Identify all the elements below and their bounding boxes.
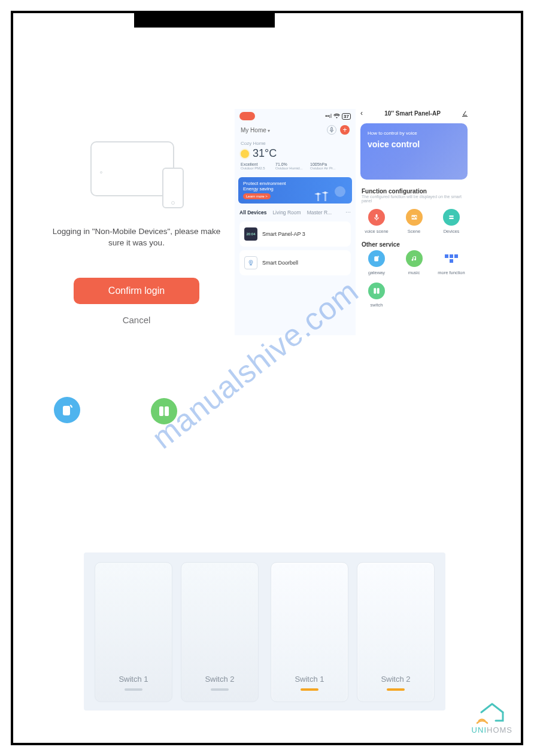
- chevron-down-icon: ▾: [268, 128, 270, 133]
- tab-master[interactable]: Master R...: [307, 210, 332, 215]
- page-title: 10'' Smart Panel-AP: [384, 110, 441, 117]
- svg-point-5: [250, 262, 251, 263]
- login-message: Logging in "Non-Mobile Devices", please …: [45, 226, 227, 249]
- svg-rect-7: [376, 214, 378, 218]
- app-home-screenshot: ••ıl 37 My Home▾ + Cozy Home 31°C Excell…: [235, 109, 356, 335]
- section-title: Other service: [356, 239, 472, 248]
- switch-visual-panel: Switch 1 Switch 2 Switch 1 Switch 2: [84, 552, 445, 711]
- func-scene[interactable]: Scene: [399, 209, 429, 234]
- svc-gateway[interactable]: gateway: [362, 250, 392, 275]
- doorbell-icon: [244, 256, 257, 269]
- switch-1-on[interactable]: Switch 1: [271, 562, 348, 702]
- svg-rect-13: [377, 288, 380, 293]
- gateway-icon: [54, 397, 80, 423]
- unihoms-logo: UNIHOMS: [472, 699, 512, 734]
- device-row[interactable]: 20:04 Smart Panel-AP 3: [239, 221, 351, 247]
- login-dialog: Logging in "Non-Mobile Devices", please …: [45, 138, 227, 325]
- cancel-button[interactable]: Cancel: [45, 315, 227, 325]
- status-bar: ••ıl 37: [325, 113, 351, 120]
- switch-group-on: Switch 1 Switch 2: [271, 562, 435, 701]
- section-title: Function configuration: [356, 186, 472, 195]
- signal-icon: ••ıl: [325, 113, 332, 119]
- house-icon: [475, 699, 509, 724]
- sun-icon: [241, 150, 249, 158]
- add-button[interactable]: +: [340, 125, 350, 135]
- switch-icon: [151, 398, 177, 424]
- tabs-more-icon[interactable]: ⋯: [345, 210, 351, 215]
- temperature: 31°C: [253, 147, 277, 160]
- switch-icon: [368, 283, 385, 299]
- svg-rect-14: [63, 406, 70, 415]
- svg-rect-0: [331, 127, 333, 130]
- switch-2-off[interactable]: Switch 2: [181, 562, 259, 702]
- edit-button[interactable]: ∠: [462, 110, 468, 117]
- learn-more-button[interactable]: Learn more >: [243, 193, 271, 199]
- svg-rect-16: [165, 406, 169, 416]
- gateway-icon: [368, 250, 385, 267]
- device-name: Smart Doorbell: [262, 260, 298, 266]
- mic-icon: [368, 209, 385, 226]
- devices-icon: [443, 209, 460, 226]
- section-subtitle: The configured function will be displaye…: [356, 195, 472, 207]
- svc-more[interactable]: more function: [436, 250, 466, 275]
- tablet-icon: [90, 141, 174, 196]
- svg-point-1: [335, 186, 345, 197]
- tab-all-devices[interactable]: All Devices: [239, 210, 266, 215]
- svg-rect-15: [159, 406, 163, 416]
- music-icon: [406, 250, 423, 267]
- svg-rect-10: [449, 218, 454, 219]
- switch-2-on[interactable]: Switch 2: [357, 562, 435, 702]
- weather-stats: ExcellentOutdoor PM2.5 71.0%Outdoor Humi…: [241, 162, 350, 170]
- switch-group-off: Switch 1 Switch 2: [95, 562, 259, 701]
- frame-notch: [134, 11, 275, 28]
- wifi-icon: [333, 113, 340, 120]
- devices-illustration: [86, 138, 187, 210]
- back-button[interactable]: ‹: [360, 109, 363, 117]
- scene-icon: [406, 209, 423, 226]
- phone-icon: [162, 168, 184, 208]
- func-devices[interactable]: Devices: [436, 209, 466, 234]
- svc-music[interactable]: music: [399, 250, 429, 275]
- grid-icon: [443, 250, 460, 267]
- switch-1-off[interactable]: Switch 1: [95, 562, 172, 702]
- tab-living-room[interactable]: Living Room: [272, 210, 301, 215]
- svg-rect-11: [374, 256, 378, 261]
- smart-panel-icon: 20:04: [244, 227, 257, 241]
- device-row[interactable]: Smart Doorbell: [239, 250, 351, 275]
- func-voice-scene[interactable]: voice scene: [362, 209, 392, 234]
- panel-config-screenshot: ‹ 10'' Smart Panel-AP ∠ How to control b…: [356, 105, 472, 334]
- battery-level: 37: [342, 113, 351, 120]
- weather-location: Cozy Home: [241, 141, 350, 146]
- home-selector[interactable]: My Home▾: [241, 127, 270, 133]
- svg-rect-12: [374, 288, 376, 293]
- svc-switch[interactable]: switch: [362, 283, 392, 308]
- promo-banner[interactable]: Protect environment Energy saving Learn …: [238, 177, 352, 204]
- banner-decoration: [314, 181, 350, 202]
- voice-button[interactable]: [327, 125, 336, 135]
- voice-control-card[interactable]: How to control by voice voice control: [360, 123, 468, 180]
- status-pill: [239, 112, 255, 120]
- confirm-login-button[interactable]: Confirm login: [74, 278, 199, 304]
- svg-rect-6: [250, 264, 252, 265]
- svg-rect-9: [449, 215, 454, 217]
- device-name: Smart Panel-AP 3: [262, 231, 305, 237]
